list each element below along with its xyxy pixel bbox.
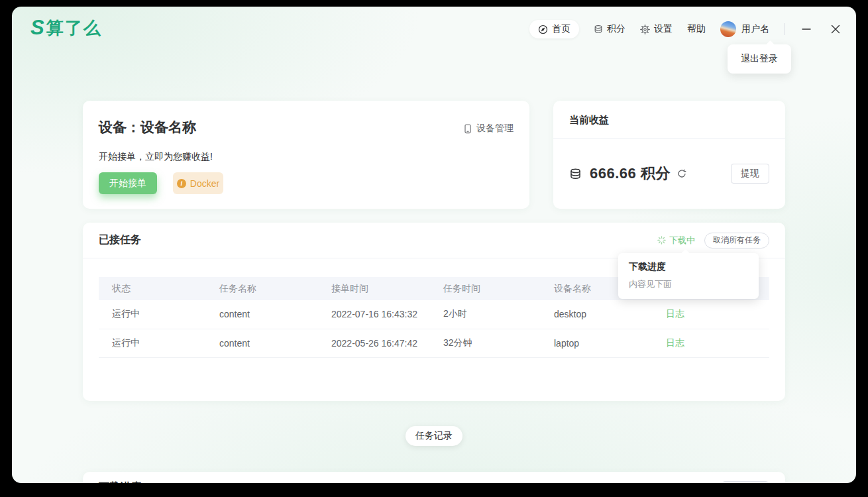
cell-accept-time: 2022-05-26 16:47:42 — [318, 329, 430, 357]
logout-popover: 退出登录 — [728, 44, 791, 74]
tasks-card: 已接任务 下载中 取消所有任务 — [83, 223, 785, 401]
cell-status: 运行中 — [99, 300, 206, 329]
col-status: 状态 — [99, 277, 206, 300]
device-card: 设备：设备名称 设备管理 开始接单，立即为您赚收益! 开始接单 i Docker — [83, 101, 529, 209]
app-window: S 算了么 首页 积分 — [12, 7, 856, 483]
income-card: 当前收益 666.66 积分 提现 — [553, 101, 785, 209]
cell-task-time: 2小时 — [430, 300, 541, 329]
start-order-button[interactable]: 开始接单 — [99, 172, 157, 194]
cell-accept-time: 2022-07-16 16:43:32 — [318, 300, 430, 329]
docker-button[interactable]: i Docker — [173, 172, 223, 194]
device-manage-link[interactable]: 设备管理 — [463, 123, 514, 135]
device-buttons: 开始接单 i Docker — [99, 172, 223, 194]
spinner-icon — [657, 236, 666, 245]
bottom-card-title: 下载进度 — [99, 480, 141, 483]
cell-device-name: laptop — [541, 329, 653, 357]
refresh-button[interactable] — [677, 169, 686, 178]
nav-help-label: 帮助 — [687, 23, 706, 35]
logout-button[interactable]: 退出登录 — [741, 53, 778, 65]
col-task-time: 任务时间 — [430, 277, 541, 300]
income-row: 666.66 积分 提现 — [569, 138, 769, 209]
download-progress-card: 下载进度 — [83, 472, 785, 483]
coin-icon — [569, 168, 582, 180]
avatar[interactable] — [720, 21, 736, 37]
income-title: 当前收益 — [569, 114, 609, 127]
user-menu[interactable]: 用户名 — [720, 21, 769, 37]
cell-device-name: desktop — [541, 300, 653, 329]
cell-task-name: content — [206, 300, 318, 329]
cell-task-time: 32分钟 — [430, 329, 541, 357]
income-amount-value: 666.66 — [590, 165, 636, 182]
minimize-icon — [802, 25, 811, 34]
downloading-status[interactable]: 下载中 — [657, 235, 695, 247]
device-manage-label: 设备管理 — [476, 123, 514, 135]
nav-divider — [784, 23, 785, 35]
device-title: 设备：设备名称 — [99, 118, 196, 137]
log-link[interactable]: 日志 — [666, 308, 684, 319]
tasks-title: 已接任务 — [99, 233, 141, 247]
income-unit: 积分 — [641, 165, 671, 182]
nav-item-points[interactable]: 积分 — [594, 23, 625, 35]
compass-icon — [538, 25, 548, 34]
tooltip-title: 下载进度 — [629, 261, 666, 273]
nav-settings-label: 设置 — [654, 23, 673, 35]
close-button[interactable] — [828, 22, 843, 36]
nav-item-home[interactable]: 首页 — [529, 20, 579, 38]
gear-icon — [640, 25, 650, 34]
table-row: 运行中 content 2022-05-26 16:47:42 32分钟 lap… — [99, 329, 769, 357]
table-row: 运行中 content 2022-07-16 16:43:32 2小时 desk… — [99, 300, 769, 329]
tooltip-note: 内容见下面 — [629, 278, 672, 290]
app-logo: S 算了么 — [30, 17, 102, 38]
docker-label: Docker — [190, 178, 219, 189]
download-progress-tooltip: 下载进度 内容见下面 — [618, 253, 759, 299]
task-record-button[interactable]: 任务记录 — [406, 426, 462, 446]
refresh-icon — [677, 169, 686, 178]
nav-home-label: 首页 — [552, 23, 570, 35]
nav-item-help[interactable]: 帮助 — [687, 23, 706, 35]
withdraw-button[interactable]: 提现 — [731, 164, 769, 184]
nav-item-settings[interactable]: 设置 — [640, 23, 673, 35]
downloading-label: 下载中 — [669, 235, 695, 247]
partial-button[interactable] — [722, 481, 769, 483]
income-card-header: 当前收益 — [553, 101, 785, 138]
nav-points-label: 积分 — [607, 23, 625, 35]
phone-icon — [463, 124, 472, 134]
cell-status: 运行中 — [99, 329, 206, 357]
tasks-header-actions: 下载中 取消所有任务 — [657, 233, 769, 248]
device-subtitle: 开始接单，立即为您赚收益! — [99, 151, 213, 163]
col-accept-time: 接单时间 — [318, 277, 430, 300]
cell-task-name: content — [206, 329, 318, 357]
close-icon — [831, 25, 840, 34]
logo-text: 算了么 — [46, 19, 102, 36]
popover-caret — [766, 40, 775, 49]
top-nav: 首页 积分 设置 — [529, 20, 843, 38]
income-amount: 666.66 积分 — [590, 164, 671, 184]
cancel-all-tasks-button[interactable]: 取消所有任务 — [704, 233, 769, 248]
col-task-name: 任务名称 — [206, 277, 318, 300]
logo-mark: S — [30, 17, 44, 38]
log-link[interactable]: 日志 — [666, 337, 684, 348]
minimize-button[interactable] — [799, 22, 814, 36]
coins-icon — [594, 25, 603, 34]
info-icon: i — [177, 179, 186, 188]
username-label: 用户名 — [741, 23, 769, 35]
